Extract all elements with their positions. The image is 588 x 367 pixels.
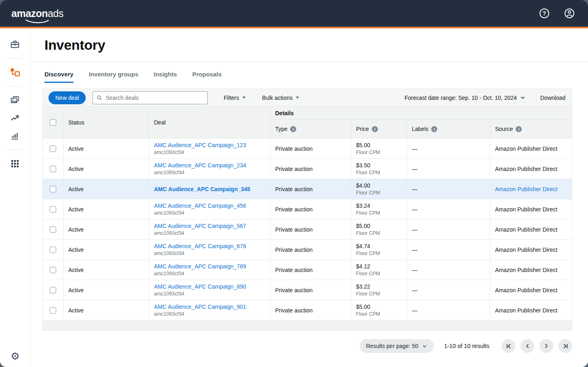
status-value: Active (68, 247, 149, 253)
row-checkbox[interactable] (50, 206, 56, 213)
next-page-icon (544, 343, 549, 349)
deal-name-link[interactable]: AMC Audience_APC Campaign_234 (154, 162, 270, 169)
tab-proposals[interactable]: Proposals (192, 71, 222, 83)
bar-chart-icon (10, 131, 20, 141)
tab-bar: Discovery Inventory groups Insights Prop… (30, 62, 588, 83)
source-value: Amazon Publisher Direct (495, 287, 573, 293)
status-cell: Active (63, 179, 149, 199)
row-checkbox[interactable] (50, 267, 56, 273)
price-cell: $3.24 Floor CPM (351, 199, 407, 219)
labels-value: — (412, 247, 490, 253)
tab-inventory-groups[interactable]: Inventory groups (89, 71, 139, 83)
deal-name-link[interactable]: AMC Audience_APC Campaign_123 (154, 142, 270, 148)
account-icon[interactable] (563, 7, 576, 20)
sidebar-item-creatives[interactable] (0, 91, 30, 109)
source-value: Amazon Publisher Direct (495, 186, 573, 192)
column-header-labels[interactable]: Labelsi (407, 120, 490, 138)
sidebar-item-reports[interactable] (0, 127, 30, 145)
deal-name-link[interactable]: AMC Audience_APC Campaign_456 (154, 202, 270, 209)
labels-cell: — (407, 159, 490, 179)
deal-name-link[interactable]: AMC Audience_APC Campaign_345 (154, 186, 270, 192)
type-cell: Private auction (270, 139, 351, 158)
select-all-checkbox-cell (43, 107, 63, 138)
sidebar-item-all-apps[interactable] (0, 155, 30, 173)
first-page-button[interactable] (502, 339, 515, 353)
gear-icon[interactable]: ⚙ (11, 351, 19, 361)
deal-name-link[interactable]: AMC Audience_APC Campaign_890 (154, 283, 270, 290)
tab-insights[interactable]: Insights (154, 71, 177, 83)
results-per-page-label: Results per page: 50 (366, 343, 418, 349)
chevron-down-icon (422, 344, 427, 349)
price-unit: Floor CPM (356, 251, 407, 256)
row-checkbox[interactable] (50, 146, 56, 152)
filters-dropdown[interactable]: Filters (223, 95, 245, 101)
column-header-status[interactable]: Status (63, 107, 149, 138)
deal-name-link[interactable]: AMC Audience_APC Campaign_789 (154, 263, 270, 270)
deal-name-link[interactable]: AMC Audience_APC Campaign_901 (154, 304, 270, 310)
column-group-header-details: Details (270, 107, 573, 120)
deal-id: amc1093cf34 (154, 210, 270, 216)
chevron-down-icon (296, 97, 299, 99)
deal-id: amc1093cf34 (154, 230, 270, 236)
row-checkbox[interactable] (50, 307, 56, 314)
price-value: $4.12 (356, 263, 407, 270)
column-header-source[interactable]: Sourcei (490, 120, 573, 138)
search-input[interactable] (93, 91, 208, 104)
deal-cell: AMC Audience_APC Campaign_901 amc1093cf3… (149, 300, 270, 320)
select-all-checkbox[interactable] (50, 119, 56, 126)
page-header: Inventory (30, 28, 588, 62)
tab-discovery[interactable]: Discovery (44, 71, 74, 83)
new-deal-button[interactable]: New deal (48, 91, 86, 104)
deal-type-value: Private auction (275, 307, 351, 314)
column-header-price[interactable]: Pricei (351, 120, 407, 138)
deal-name-link[interactable]: AMC Audience_APC Campaign_678 (154, 243, 270, 249)
row-checkbox-cell (43, 300, 63, 320)
results-range-label: 1-10 of 10 results (444, 343, 489, 349)
labels-value: — (412, 166, 490, 172)
column-header-deal[interactable]: Deal (149, 107, 270, 138)
price-unit: Floor CPM (356, 170, 407, 175)
deal-name-link[interactable]: AMC Audience_APC Campaign_567 (154, 223, 270, 229)
info-icon[interactable]: i (372, 126, 378, 132)
bulk-actions-dropdown[interactable]: Bulk actions (262, 95, 299, 101)
row-checkbox[interactable] (50, 247, 56, 253)
row-checkbox-cell (43, 179, 63, 199)
row-checkbox[interactable] (50, 166, 56, 172)
labels-value: — (412, 226, 490, 233)
chevron-down-icon (242, 97, 246, 99)
info-icon[interactable]: i (516, 126, 522, 132)
row-checkbox[interactable] (50, 287, 56, 293)
row-checkbox[interactable] (50, 226, 56, 233)
info-icon[interactable]: i (290, 126, 296, 132)
price-value: $5.00 (356, 223, 407, 229)
next-page-button[interactable] (540, 339, 553, 353)
deal-type-value: Private auction (275, 166, 351, 172)
table-row: Active AMC Audience_APC Campaign_789 amc… (43, 259, 572, 280)
price-value: $3.24 (356, 202, 407, 209)
forecast-date-range-dropdown[interactable]: Forecast date range: Sep. 10 - Oct. 10, … (405, 95, 526, 101)
labels-cell: — (407, 240, 490, 259)
sidebar-item-campaigns[interactable] (0, 36, 30, 53)
status-value: Active (68, 146, 149, 152)
status-cell: Active (63, 199, 149, 219)
last-page-button[interactable] (558, 339, 572, 353)
source-cell: Amazon Publisher Direct (490, 159, 573, 179)
row-checkbox[interactable] (50, 186, 56, 192)
download-button[interactable]: Download (540, 95, 565, 101)
help-icon[interactable]: ? (538, 7, 551, 20)
sidebar-item-inventory-active[interactable] (0, 63, 30, 81)
info-icon[interactable]: i (431, 126, 437, 132)
amazon-ads-logo[interactable]: amazonads (11, 8, 63, 19)
results-per-page-dropdown[interactable]: Results per page: 50 (360, 339, 434, 353)
deal-id: amc1093cf34 (154, 271, 270, 276)
labels-cell: — (407, 199, 490, 219)
table-row: Active AMC Audience_APC Campaign_234 amc… (43, 158, 572, 179)
column-header-type[interactable]: Typei (270, 120, 351, 138)
source-cell: Amazon Publisher Direct (490, 219, 573, 239)
labels-cell: — (407, 280, 490, 300)
sidebar-item-measurement[interactable] (0, 109, 30, 127)
status-value: Active (68, 267, 149, 273)
previous-page-button[interactable] (521, 339, 534, 353)
table-row: Active AMC Audience_APC Campaign_901 amc… (43, 300, 572, 320)
price-unit: Floor CPM (356, 230, 407, 236)
